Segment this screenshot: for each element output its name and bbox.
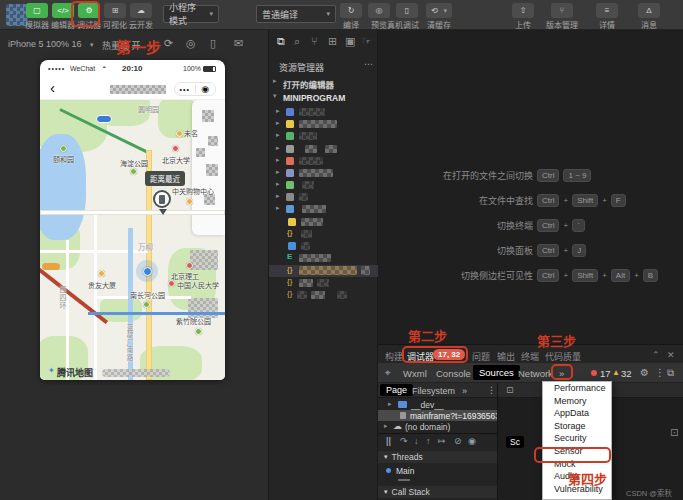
tab-output[interactable]: 输出 xyxy=(497,350,515,363)
tree-row[interactable]: ▸ xyxy=(269,118,379,130)
step-icon[interactable]: ↦ xyxy=(438,436,446,446)
tree-row-dev[interactable]: ▸ __dev__ xyxy=(378,399,497,410)
menu-item-appdata[interactable]: AppData xyxy=(543,407,611,420)
tab-wxml[interactable]: Wxml xyxy=(403,368,427,379)
device-select[interactable]: iPhone 5 100% 16 ▾ xyxy=(8,39,94,49)
compile-mode-select[interactable]: 普通编译▾ xyxy=(256,5,336,23)
tree-row[interactable] xyxy=(269,240,379,252)
map-view[interactable]: 圆明园 颐和园 海淀公园 北京大学 未名 中关购物中心 中国人民大学 万柳 贵友… xyxy=(40,100,225,380)
menu-item-storage[interactable]: Storage xyxy=(543,420,611,433)
device-debug-button[interactable]: ▯ xyxy=(396,3,418,18)
back-icon[interactable]: ‹ xyxy=(50,79,55,96)
menu-item-memory[interactable]: Memory xyxy=(543,395,611,408)
simulator-button[interactable]: ▢ xyxy=(26,3,48,18)
package-icon[interactable]: ⊞ xyxy=(328,35,337,48)
kebab-icon[interactable]: ⋮ xyxy=(487,385,496,395)
record-icon[interactable]: ◉ xyxy=(468,436,476,446)
tab-network[interactable]: Network xyxy=(518,368,553,379)
show-tabs-icon[interactable]: ⊡ xyxy=(506,385,514,395)
upload-label: 上传 xyxy=(505,19,541,30)
more-tabs-icon[interactable]: » xyxy=(462,386,467,396)
tree-row[interactable]: {} xyxy=(269,289,379,301)
close-icon[interactable]: ✕ xyxy=(667,350,675,360)
tab-sources[interactable]: Sources xyxy=(473,365,520,380)
hand-icon[interactable]: ☞ xyxy=(362,35,372,48)
map-label: 蓝靛厂南路 xyxy=(124,324,134,362)
threads-section[interactable]: ▾Threads xyxy=(378,451,497,463)
kebab-icon[interactable]: ⋮ xyxy=(655,367,665,378)
mode-select[interactable]: 小程序模式▾ xyxy=(163,5,219,23)
dock-icon[interactable]: ⧉ xyxy=(667,367,674,379)
divider xyxy=(378,433,497,434)
tree-row[interactable]: ▸ xyxy=(269,155,379,167)
preview-button[interactable]: ◎ xyxy=(368,3,390,18)
tree-row[interactable]: ▸ xyxy=(269,203,379,215)
compile-button[interactable]: ↻ xyxy=(340,3,362,18)
tree-row[interactable]: E xyxy=(269,252,379,264)
step-out-icon[interactable]: ↑ xyxy=(426,436,431,446)
tab-problems[interactable]: 问题 xyxy=(472,350,490,363)
refresh-icon[interactable]: ⟳ xyxy=(164,37,173,50)
preview-panel-icon[interactable]: ▣ xyxy=(345,35,355,48)
tab-page[interactable]: Page xyxy=(380,384,413,396)
thread-main-row[interactable]: Main xyxy=(378,465,497,476)
tree-row[interactable]: ▸ xyxy=(269,191,379,203)
gear-icon[interactable]: ⚙ xyxy=(640,367,649,378)
chat-icon[interactable]: ✉ xyxy=(234,37,243,50)
tree-row[interactable]: ▸ xyxy=(269,143,379,155)
collapse-icon[interactable]: ⌃ xyxy=(652,350,660,360)
search-icon[interactable]: ⌕ xyxy=(294,35,300,48)
step-over-icon[interactable]: ↷ xyxy=(400,436,408,446)
scope-tab-clipped[interactable]: Sc xyxy=(506,436,524,448)
git-branch-icon[interactable]: ⑂ xyxy=(311,35,318,47)
tree-row[interactable]: ▸ xyxy=(269,179,379,191)
battery-percent: 100% xyxy=(183,65,201,72)
tree-row[interactable]: ▸ xyxy=(269,106,379,118)
tree-row-mainframe-selected[interactable]: mainframe?t=1693656376 xyxy=(378,410,497,421)
message-button[interactable]: Δ xyxy=(638,3,660,18)
cloud-dev-button[interactable]: ☁ xyxy=(130,3,152,18)
detail-button[interactable]: ≡ xyxy=(596,3,618,18)
pause-icon[interactable]: || xyxy=(386,436,391,446)
tree-row[interactable]: ▸ xyxy=(269,167,379,179)
tencent-map-icon: ✦ xyxy=(48,366,55,375)
tree-row[interactable]: ▸ xyxy=(269,130,379,142)
tree-row-no-domain[interactable]: ▸ ☁ (no domain) xyxy=(378,421,497,432)
deactivate-breakpoints-icon[interactable]: ⊘ xyxy=(454,436,462,446)
version-button[interactable]: ⑂ xyxy=(551,3,573,18)
tree-row-selected[interactable]: {} xyxy=(269,265,379,277)
map-poi-green xyxy=(130,168,137,175)
visualize-button[interactable]: ⊞ xyxy=(104,3,126,18)
project-section[interactable]: ▾ MINIPROGRAM xyxy=(269,91,379,104)
map-marker-pin[interactable] xyxy=(153,190,171,208)
files-icon[interactable]: ⧉ xyxy=(277,35,285,48)
more-icon[interactable]: ••• xyxy=(175,86,195,93)
tab-build[interactable]: 构建 xyxy=(385,350,403,363)
signal-icon: ••••• xyxy=(48,65,65,72)
marker-tooltip: 距离最近 xyxy=(145,171,185,186)
error-count: 17 xyxy=(600,368,611,379)
clear-cache-button[interactable]: ⟲▾ xyxy=(426,3,452,18)
tree-row[interactable]: {} xyxy=(269,277,379,289)
close-circle-icon[interactable]: ◉ xyxy=(196,84,216,94)
tab-terminal[interactable]: 终端 xyxy=(521,350,539,363)
tab-console[interactable]: Console xyxy=(436,368,471,379)
tab-filesystem[interactable]: Filesystem xyxy=(412,386,455,396)
step-into-icon[interactable]: ↓ xyxy=(414,436,419,446)
panel-toggle-icon[interactable]: ⊡ xyxy=(670,427,678,438)
ellipsis-icon[interactable]: ⋯ xyxy=(364,59,373,69)
map-poi-green xyxy=(195,328,202,335)
map-road-horizontal xyxy=(40,210,225,215)
inspect-icon[interactable]: ⌖ xyxy=(385,367,391,379)
upload-button[interactable]: ⇧ xyxy=(512,3,534,18)
device-frame-icon[interactable]: ▯ xyxy=(210,37,216,50)
open-editors-section[interactable]: ▸ 打开的编辑器 xyxy=(269,76,379,89)
call-stack-section[interactable]: ▾Call Stack xyxy=(378,486,497,498)
map-blurred-block xyxy=(188,298,218,318)
menu-item-performance[interactable]: Performance xyxy=(543,382,611,395)
tab-code-quality[interactable]: 代码质量 xyxy=(545,350,581,363)
location-icon[interactable]: ◎ xyxy=(186,37,196,50)
tree-row[interactable] xyxy=(269,216,379,228)
menu-item-security[interactable]: Security xyxy=(543,432,611,445)
tree-row[interactable]: {} xyxy=(269,228,379,240)
